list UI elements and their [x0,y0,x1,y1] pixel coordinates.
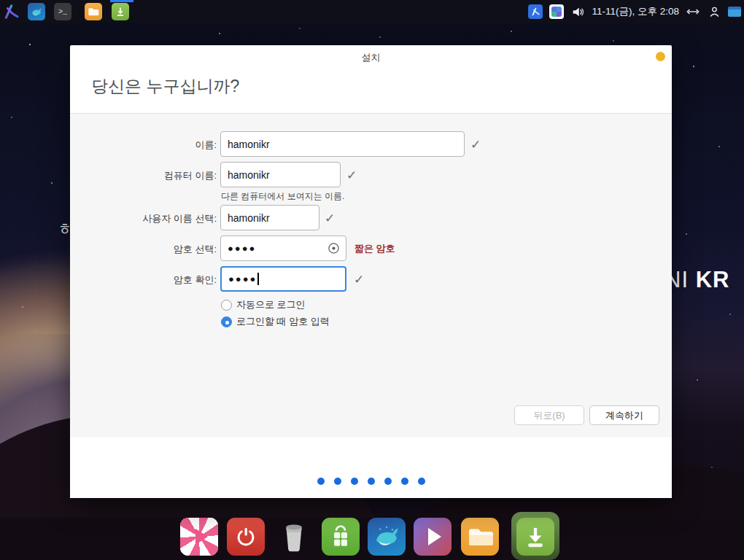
username-valid-check-icon: ✓ [325,211,335,226]
titlebar[interactable]: 설치 [70,45,672,67]
player-play-triangle [428,528,441,545]
top-panel: >_ 11-11(금), 오후 2:08 [0,0,744,23]
installer-download-panel-icon[interactable] [112,3,129,20]
auto-login-radio[interactable] [221,300,232,311]
auto-login-option[interactable]: 자동으로 로그인 [221,298,306,311]
system-tray: 11-11(금), 오후 2:08 [528,0,741,23]
name-field[interactable]: hamonikr [220,131,465,157]
installer-download-icon[interactable] [516,518,554,556]
computer-name-field[interactable]: hamonikr [220,162,341,187]
launcher-pinwheel-icon[interactable] [549,4,564,19]
progress-footer [70,438,672,498]
whale-browser-icon[interactable] [368,518,406,556]
name-value: hamonikr [228,139,270,150]
password-warning: 짧은 암호 [354,242,395,255]
name-label: 이름: [70,139,217,152]
file-manager-icon[interactable] [461,518,499,556]
titlebar-dot[interactable] [656,52,665,61]
progress-dot [334,478,341,485]
require-password-label: 로그인할 때 암호 입력 [236,315,330,328]
clock[interactable]: 11-11(금), 오후 2:08 [592,5,679,18]
computer-name-hint: 다른 컴퓨터에서 보여지는 이름. [221,190,344,203]
file-manager-panel-icon[interactable] [85,3,102,20]
terminal-glyph: >_ [58,8,67,16]
input-method-icon[interactable] [528,4,543,19]
computer-name-value: hamonikr [228,169,270,181]
progress-dots [317,478,425,485]
play-triangle [195,529,208,545]
progress-dot [317,478,325,485]
auto-login-label: 자동으로 로그인 [236,298,306,311]
username-label: 사용자 이름 선택: [70,212,217,225]
require-password-option[interactable]: 로그인할 때 암호 입력 [221,315,330,328]
trash-icon[interactable] [275,518,313,556]
user-icon[interactable] [707,4,721,19]
text-caret [257,273,259,285]
confirm-valid-check-icon: ✓ [354,272,364,287]
require-password-radio[interactable] [221,316,232,327]
progress-dot [351,478,358,485]
page-title: 당신은 누구십니까? [91,75,239,98]
dock [0,508,744,560]
username-value: hamonikr [228,212,270,224]
continue-button[interactable]: 계속하기 [589,405,659,425]
confirm-password-value: ●●●● [228,273,257,284]
terminal-icon[interactable]: >_ [54,3,71,20]
media-pinwheel-icon[interactable] [180,518,218,556]
name-valid-check-icon: ✓ [470,137,481,152]
volume-icon[interactable] [570,4,585,19]
confirm-password-field[interactable]: ●●●● [220,266,346,292]
progress-dot [401,478,408,485]
hamonikr-menu-icon[interactable] [2,3,20,20]
progress-dot [384,478,392,485]
computer-name-label: 컴퓨터 이름: [70,169,217,182]
installer-window: 설치 당신은 누구십니까? 이름: hamonikr ✓ 컴퓨터 이름: ham… [70,45,672,498]
back-button[interactable]: 뒤로(B) [514,405,584,425]
media-player-icon[interactable] [414,518,452,556]
password-label: 암호 선택: [70,243,217,256]
progress-dot [418,478,425,485]
computer-valid-check-icon: ✓ [346,168,357,183]
confirm-password-label: 암호 확인: [70,273,217,287]
power-icon[interactable] [227,518,265,556]
whale-browser-panel-icon[interactable] [28,3,45,20]
username-field[interactable]: hamonikr [220,205,319,230]
reveal-password-button[interactable] [325,240,342,257]
wallpaper-text-bold: KR [696,267,730,292]
progress-dot [368,478,375,485]
network-icon[interactable] [686,4,700,19]
password-value: ●●●● [228,243,256,254]
wallpaper-text-right: NI KR [664,267,729,293]
active-window-indicator [110,0,133,2]
window-title: 설치 [70,51,672,64]
software-store-icon[interactable] [322,518,360,556]
window-list-icon[interactable] [728,7,741,17]
password-field[interactable]: ●●●● [220,236,346,261]
